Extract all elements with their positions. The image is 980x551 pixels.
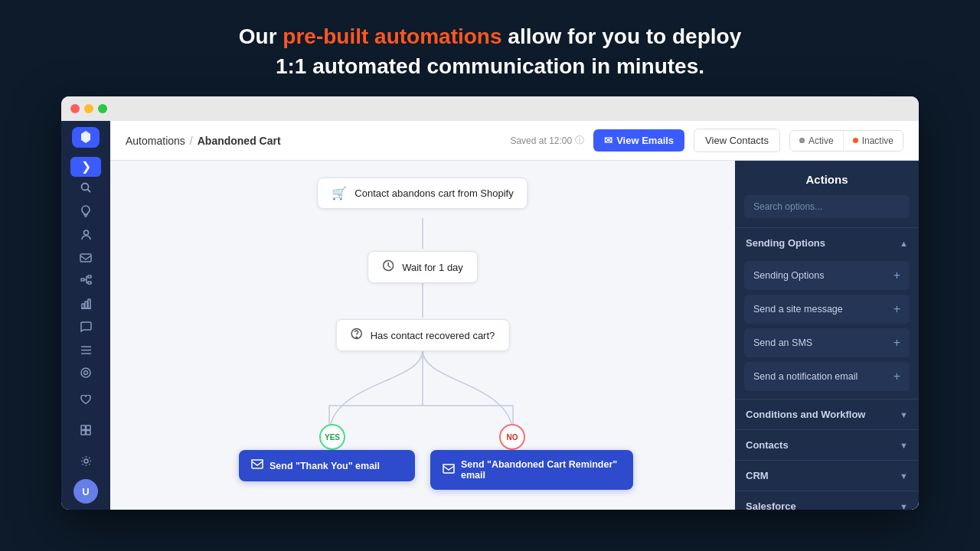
- email-icon-small: ✉: [604, 135, 612, 146]
- saved-info: Saved at 12:00 ⓘ: [510, 134, 584, 147]
- add-site-message-icon[interactable]: +: [893, 302, 900, 316]
- chevron-down-icon-cw: ▼: [900, 410, 908, 419]
- notification-email-label: Send a notification email: [753, 371, 858, 382]
- active-label: Active: [808, 135, 834, 146]
- svg-point-35: [356, 337, 357, 338]
- chevron-down-icon-crm: ▼: [900, 471, 908, 481]
- svg-point-4: [83, 230, 88, 235]
- cart-icon: 🛒: [332, 186, 347, 201]
- topbar: Automations / Abandoned Cart Saved at 12…: [110, 121, 919, 161]
- hero-line2: 1:1 automated communication in minutes.: [239, 51, 741, 81]
- sidebar-item-workflows[interactable]: [70, 272, 101, 292]
- condition-node[interactable]: Has contact recovered cart?: [336, 319, 510, 351]
- sidebar-item-settings[interactable]: [70, 448, 101, 476]
- svg-rect-5: [80, 254, 91, 262]
- minimize-button[interactable]: [84, 104, 93, 113]
- svg-rect-8: [88, 282, 91, 284]
- svg-line-1: [87, 190, 90, 193]
- settings-icon: [80, 455, 92, 470]
- crm-label: CRM: [746, 470, 769, 481]
- sidebar-logo: [72, 127, 100, 147]
- breadcrumb-separator: /: [190, 135, 193, 147]
- crm-header[interactable]: CRM ▼: [735, 461, 919, 491]
- action-item-site-message[interactable]: Send a site message +: [744, 295, 910, 324]
- chat-icon: [80, 321, 92, 335]
- add-notification-email-icon[interactable]: +: [893, 370, 900, 383]
- sidebar-item-lists[interactable]: [70, 341, 101, 361]
- sidebar-item-ideas[interactable]: [70, 203, 101, 223]
- svg-line-33: [388, 266, 390, 268]
- add-sms-icon[interactable]: +: [893, 336, 900, 350]
- sidebar-item-email[interactable]: [70, 249, 101, 269]
- sidebar-item-contacts[interactable]: [70, 226, 101, 246]
- breadcrumb: Automations / Abandoned Cart: [126, 135, 281, 147]
- view-emails-button[interactable]: ✉ View Emails: [593, 129, 684, 152]
- email-send-icon-no: [443, 464, 455, 477]
- view-contacts-button[interactable]: View Contacts: [694, 129, 780, 152]
- lightbulb-icon: [80, 205, 91, 220]
- chevron-up-icon: ▲: [900, 239, 908, 248]
- breadcrumb-root: Automations: [126, 135, 185, 147]
- action-yes-label: Send "Thank You" email: [270, 461, 380, 471]
- close-button[interactable]: [70, 104, 80, 113]
- breadcrumb-current: Abandoned Cart: [198, 135, 281, 147]
- sidebar-item-dashboard[interactable]: [70, 418, 101, 445]
- hero-highlight: pre-built automations: [283, 24, 501, 48]
- sidebar-item-integrations[interactable]: [70, 364, 101, 384]
- wait-label: Wait for 1 day: [402, 262, 463, 273]
- action-no-button[interactable]: Send "Abandoned Cart Reminder" email: [430, 450, 633, 490]
- action-item-sending-options[interactable]: Sending Options +: [744, 261, 910, 290]
- inactive-label: Inactive: [862, 135, 893, 146]
- app-container: ❯: [61, 121, 919, 510]
- search-icon: [80, 182, 92, 197]
- sending-options-header[interactable]: Sending Options ▲: [735, 228, 919, 258]
- contacts-icon: [80, 229, 92, 243]
- svg-point-18: [84, 371, 88, 375]
- status-active[interactable]: Active: [790, 131, 843, 151]
- sending-options-section: Sending Options ▲ Sending Options + Send…: [735, 227, 919, 399]
- trigger-node[interactable]: 🛒 Contact abandons cart from Shopify: [317, 178, 528, 209]
- panel-title: Actions: [735, 161, 919, 195]
- sms-label: Send an SMS: [753, 337, 812, 348]
- svg-point-0: [81, 184, 88, 191]
- hero-section: Our pre-built automations allow for you …: [224, 0, 756, 96]
- status-group: Active Inactive: [789, 130, 903, 152]
- add-sending-options-icon[interactable]: +: [893, 269, 900, 282]
- chevron-down-icon-contacts: ▼: [900, 441, 908, 450]
- browser-window: ❯: [61, 96, 919, 510]
- trigger-label: Contact abandons cart from Shopify: [354, 187, 513, 199]
- crm-section: CRM ▼: [735, 460, 919, 491]
- right-panel: Actions Sending Options ▲ Sending Option…: [735, 161, 919, 510]
- svg-rect-7: [88, 276, 91, 278]
- svg-rect-20: [87, 425, 91, 430]
- action-yes-button[interactable]: Send "Thank You" email: [239, 450, 415, 481]
- sidebar-item-chat[interactable]: [70, 318, 101, 338]
- hero-text-plain: Our: [239, 24, 283, 48]
- dashboard-icon: [80, 425, 91, 439]
- sidebar-item-analytics[interactable]: [70, 295, 101, 315]
- workflow-canvas: 🛒 Contact abandons cart from Shopify: [193, 161, 652, 510]
- saved-label: Saved at 12:00: [510, 135, 572, 146]
- action-no-label: Send "Abandoned Cart Reminder" email: [461, 459, 621, 481]
- status-inactive[interactable]: Inactive: [843, 131, 903, 151]
- contacts-label: Contacts: [746, 439, 789, 451]
- site-message-label: Send a site message: [753, 304, 843, 315]
- svg-rect-21: [81, 431, 86, 435]
- email-icon: [80, 252, 92, 266]
- action-item-sms[interactable]: Send an SMS +: [744, 328, 910, 357]
- info-icon: ⓘ: [575, 134, 584, 147]
- sidebar-item-favorites[interactable]: [70, 387, 101, 415]
- action-item-notification-email[interactable]: Send a notification email +: [744, 362, 910, 391]
- sidebar-item-automations[interactable]: ❯: [70, 157, 101, 177]
- conditions-workflow-header[interactable]: Conditions and Workflow ▼: [735, 399, 919, 429]
- analytics-icon: [80, 298, 92, 312]
- search-input[interactable]: [744, 195, 910, 218]
- sidebar-item-search[interactable]: [70, 180, 101, 200]
- avatar[interactable]: U: [74, 479, 98, 504]
- maximize-button[interactable]: [98, 104, 107, 113]
- sidebar: ❯: [61, 121, 110, 510]
- salesforce-header[interactable]: Salesforce ▼: [735, 491, 919, 510]
- contacts-header[interactable]: Contacts ▼: [735, 430, 919, 460]
- wait-node[interactable]: Wait for 1 day: [368, 251, 478, 283]
- clock-icon: [382, 259, 394, 275]
